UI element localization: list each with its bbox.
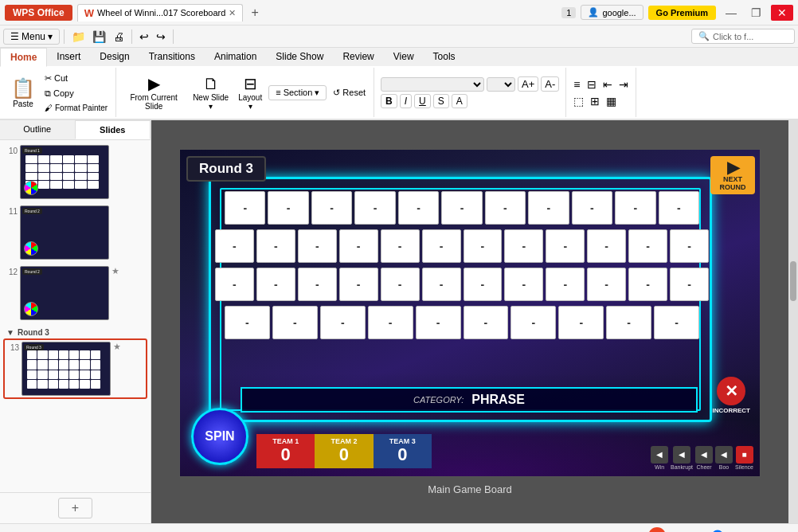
zoom-in-button[interactable]: + <box>769 530 776 533</box>
cell-r1c10[interactable]: - <box>615 191 655 225</box>
view-grid-button[interactable]: ⊞ <box>616 530 626 533</box>
strikethrough-button[interactable]: S <box>433 94 449 108</box>
search-box[interactable]: 🔍 Click to f... <box>691 29 795 44</box>
cell-r1c5[interactable]: - <box>398 191 439 225</box>
section-button[interactable]: ≡ Section ▾ <box>268 85 327 100</box>
cell-r3c8[interactable]: - <box>504 268 543 301</box>
view-slide-button[interactable]: ⊡ <box>632 530 642 533</box>
cell-r2c4[interactable]: - <box>339 229 378 263</box>
win-sound-button[interactable]: ◀ <box>651 446 668 464</box>
tab-design[interactable]: Design <box>90 48 139 66</box>
silence-sound-button[interactable]: ■ <box>736 446 753 464</box>
cell-r2c6[interactable]: - <box>422 229 461 263</box>
underline-button[interactable]: U <box>414 94 431 108</box>
undo-button[interactable]: ↩ <box>136 29 152 45</box>
print-button[interactable]: 🖨 <box>110 29 127 45</box>
increase-indent-button[interactable]: ⇥ <box>616 77 631 92</box>
new-slide-button[interactable]: 🗋 New Slide ▾ <box>190 68 232 116</box>
cell-r1c2[interactable]: - <box>268 191 308 225</box>
cell-r3c7[interactable]: - <box>464 268 503 301</box>
format-painter-button[interactable]: 🖌 Format Painter <box>41 102 111 114</box>
cell-r1c1[interactable]: - <box>225 191 265 225</box>
cell-r1c9[interactable]: - <box>572 191 612 225</box>
zoom-out-button[interactable]: − <box>693 530 699 533</box>
cell-r1c4[interactable]: - <box>354 191 395 225</box>
cell-r1c7[interactable]: - <box>485 191 526 225</box>
cell-r2c12[interactable]: - <box>670 229 709 263</box>
incorrect-button[interactable]: ✕ INCORRECT <box>712 377 750 414</box>
align-center-button[interactable]: ⊞ <box>588 94 602 108</box>
tab-slide-show[interactable]: Slide Show <box>266 48 333 66</box>
cell-r4c10[interactable]: - <box>654 306 699 339</box>
section-collapse-icon[interactable]: ▼ <box>6 328 14 337</box>
slide-item-11[interactable]: 11 Round 2 <box>3 204 147 261</box>
cell-r2c7[interactable]: - <box>464 229 503 263</box>
from-current-slide-button[interactable]: ▶ From Current Slide <box>121 68 186 116</box>
main-scrollbar-thumb[interactable] <box>790 261 796 301</box>
close-window-button[interactable]: ✕ <box>771 5 793 21</box>
cell-r1c11[interactable]: - <box>659 191 699 225</box>
view-normal-button[interactable]: ⊟ <box>587 530 597 533</box>
menu-button[interactable]: ☰ Menu ▾ <box>3 29 60 45</box>
account-button[interactable]: 👤 google... <box>581 5 643 20</box>
minimize-button[interactable]: — <box>721 5 741 21</box>
next-round-button[interactable]: ▶ NEXTROUND <box>710 156 755 194</box>
font-family-select[interactable] <box>381 77 484 92</box>
cell-r4c5[interactable]: - <box>416 306 461 339</box>
cell-r3c4[interactable]: - <box>339 268 378 301</box>
tab-view[interactable]: View <box>384 48 424 66</box>
cell-r2c10[interactable]: - <box>587 229 626 263</box>
outline-tab[interactable]: Outline <box>0 120 75 139</box>
tab-home[interactable]: Home <box>0 48 47 67</box>
bankrupt-sound-button[interactable]: ◀ <box>673 446 690 464</box>
cell-r2c9[interactable]: - <box>546 229 585 263</box>
copy-button[interactable]: ⧉ Copy <box>41 87 111 100</box>
save-button[interactable]: 💾 <box>89 29 109 45</box>
cheer-sound-button[interactable]: ◀ <box>695 446 713 464</box>
font-shrink-button[interactable]: A- <box>541 76 559 92</box>
slide-item-13[interactable]: 13 Round 3 ★ <box>3 338 147 399</box>
decrease-indent-button[interactable]: ⇤ <box>600 77 615 92</box>
maximize-button[interactable]: ❐ <box>746 5 766 21</box>
add-slide-button[interactable]: + <box>58 498 92 518</box>
file-tab[interactable]: W Wheel of Winni...017 Scoreboard ✕ <box>77 4 244 22</box>
font-color-button[interactable]: A <box>452 94 467 108</box>
cell-r3c11[interactable]: - <box>628 268 667 301</box>
font-grow-button[interactable]: A+ <box>518 76 538 92</box>
cell-r4c9[interactable]: - <box>606 306 651 339</box>
slide-item-10[interactable]: 10 Round 1 <box>3 143 147 201</box>
reset-button[interactable]: ↺ Reset <box>330 86 369 100</box>
cell-r2c2[interactable]: - <box>256 229 295 263</box>
cell-r4c3[interactable]: - <box>320 306 366 339</box>
tab-transitions[interactable]: Transitions <box>139 48 205 66</box>
tab-review[interactable]: Review <box>333 48 383 66</box>
bullets-button[interactable]: ≡ <box>571 77 582 92</box>
numbering-button[interactable]: ⊟ <box>585 77 599 92</box>
slides-tab[interactable]: Slides <box>75 120 151 139</box>
tab-close-button[interactable]: ✕ <box>229 8 236 18</box>
cell-r1c8[interactable]: - <box>528 191 569 225</box>
paste-button[interactable]: 📋 Paste <box>8 68 38 116</box>
cell-r4c1[interactable]: - <box>225 306 270 339</box>
cell-r3c1[interactable]: - <box>215 268 254 301</box>
tab-insert[interactable]: Insert <box>47 48 90 66</box>
cell-r2c3[interactable]: - <box>298 229 337 263</box>
cell-r4c6[interactable]: - <box>464 306 509 339</box>
cell-r1c3[interactable]: - <box>311 191 352 225</box>
italic-button[interactable]: I <box>400 94 412 108</box>
wps-office-button[interactable]: WPS Office <box>5 5 72 21</box>
view-outline-button[interactable]: ≡ <box>603 530 609 533</box>
cell-r3c3[interactable]: - <box>298 268 337 301</box>
open-button[interactable]: 📁 <box>68 29 88 45</box>
cell-r3c6[interactable]: - <box>422 268 461 301</box>
cell-r1c6[interactable]: - <box>441 191 482 225</box>
align-left-button[interactable]: ⬚ <box>571 94 586 108</box>
layout-button[interactable]: ⊟ Layout ▾ <box>235 68 265 116</box>
fit-page-button[interactable]: ⊡ <box>779 530 788 533</box>
cell-r3c9[interactable]: - <box>546 268 585 301</box>
cell-r2c8[interactable]: - <box>504 229 543 263</box>
cut-button[interactable]: ✂ Cut <box>41 72 111 85</box>
redo-button[interactable]: ↪ <box>153 29 169 45</box>
cell-r2c11[interactable]: - <box>628 229 667 263</box>
main-scrollbar[interactable] <box>788 120 798 523</box>
